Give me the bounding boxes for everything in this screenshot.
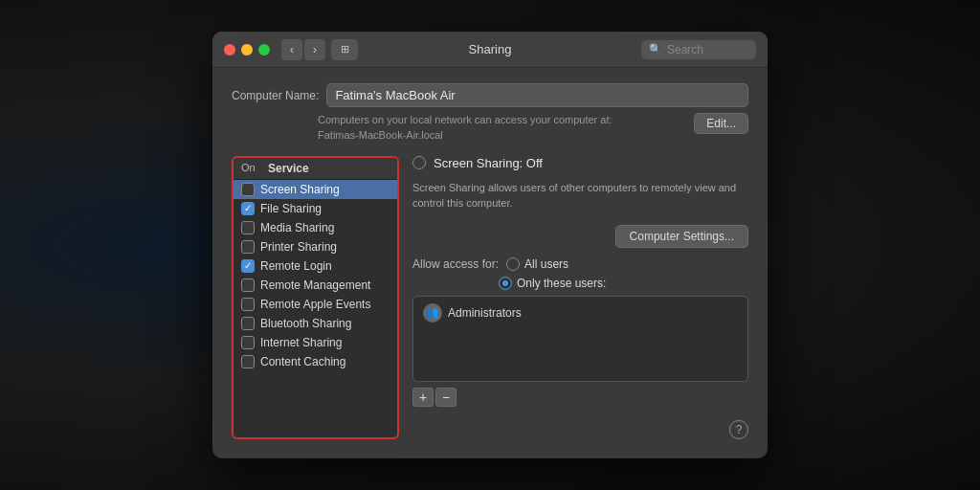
grid-button[interactable]: ⊞: [331, 39, 358, 60]
service-item-media-sharing[interactable]: Media Sharing: [234, 218, 397, 237]
screen-sharing-description: Screen Sharing allows users of other com…: [412, 180, 748, 212]
service-name-screen-sharing: Screen Sharing: [260, 183, 340, 196]
service-header: On Service: [234, 158, 397, 180]
all-users-label: All users: [524, 257, 568, 271]
service-name-media-sharing: Media Sharing: [260, 221, 334, 234]
service-checkbox-screen-sharing[interactable]: [241, 183, 255, 196]
service-name-file-sharing: File Sharing: [260, 202, 322, 215]
sharing-window: ‹ › ⊞ Sharing 🔍 Computer Name: Computers…: [212, 32, 768, 458]
computer-settings-button[interactable]: Computer Settings...: [615, 225, 748, 248]
zoom-button[interactable]: [258, 44, 270, 56]
service-item-remote-management[interactable]: Remote Management: [234, 276, 397, 295]
service-name-remote-apple-events: Remote Apple Events: [260, 298, 370, 311]
user-icon: 👥: [423, 303, 442, 323]
help-button[interactable]: ?: [729, 420, 748, 439]
all-users-radio[interactable]: [506, 257, 520, 271]
main-panel: On Service Screen Sharing File Sharing M…: [232, 156, 748, 439]
service-checkbox-remote-management[interactable]: [241, 278, 255, 292]
computer-name-label: Computer Name:: [232, 89, 319, 102]
traffic-lights: [224, 44, 270, 56]
service-checkbox-remote-apple-events[interactable]: [241, 298, 255, 311]
edit-button[interactable]: Edit...: [694, 113, 748, 134]
subnet-text: Computers on your local network can acce…: [318, 113, 684, 143]
only-these-users-option[interactable]: Only these users:: [499, 277, 748, 290]
screen-sharing-status: Screen Sharing: Off: [434, 156, 543, 170]
window-title: Sharing: [469, 42, 512, 56]
users-list-box: 👥 Administrators: [412, 296, 748, 382]
screen-sharing-header: Screen Sharing: Off: [412, 156, 748, 170]
service-checkbox-content-caching[interactable]: [241, 355, 255, 368]
service-name-internet-sharing: Internet Sharing: [260, 336, 342, 349]
service-item-remote-apple-events[interactable]: Remote Apple Events: [234, 295, 397, 314]
service-checkbox-bluetooth-sharing[interactable]: [241, 317, 255, 330]
service-panel: On Service Screen Sharing File Sharing M…: [232, 156, 399, 439]
computer-name-input[interactable]: [326, 83, 748, 107]
access-section: Allow access for: All users Only these u…: [412, 257, 748, 407]
search-box[interactable]: 🔍: [641, 40, 756, 59]
service-list: Screen Sharing File Sharing Media Sharin…: [234, 180, 397, 371]
service-name-printer-sharing: Printer Sharing: [260, 240, 337, 254]
service-checkbox-file-sharing[interactable]: [241, 202, 255, 215]
help-row: ?: [412, 420, 748, 439]
service-header-on: On: [241, 162, 268, 175]
service-name-remote-management: Remote Management: [260, 278, 370, 292]
right-panel: Screen Sharing: Off Screen Sharing allow…: [412, 156, 748, 439]
only-these-users-label: Only these users:: [517, 277, 606, 290]
access-row: Allow access for: All users: [412, 257, 748, 271]
service-name-bluetooth-sharing: Bluetooth Sharing: [260, 317, 351, 330]
subnet-row: Computers on your local network can acce…: [232, 113, 748, 143]
service-item-remote-login[interactable]: Remote Login: [234, 256, 397, 276]
service-item-screen-sharing[interactable]: Screen Sharing: [234, 180, 397, 199]
service-checkbox-remote-login[interactable]: [241, 259, 255, 273]
service-name-remote-login: Remote Login: [260, 259, 332, 273]
allow-access-label: Allow access for:: [412, 257, 499, 271]
service-header-label: Service: [268, 162, 309, 175]
search-input[interactable]: [667, 43, 744, 56]
content-area: Computer Name: Computers on your local n…: [212, 68, 768, 458]
search-icon: 🔍: [649, 43, 662, 56]
remove-user-button[interactable]: −: [435, 388, 457, 407]
service-item-printer-sharing[interactable]: Printer Sharing: [234, 237, 397, 256]
only-these-users-radio[interactable]: [499, 277, 512, 290]
service-checkbox-media-sharing[interactable]: [241, 221, 255, 234]
service-item-bluetooth-sharing[interactable]: Bluetooth Sharing: [234, 314, 397, 333]
service-item-file-sharing[interactable]: File Sharing: [234, 199, 397, 218]
minimize-button[interactable]: [241, 44, 253, 56]
titlebar: ‹ › ⊞ Sharing 🔍: [212, 32, 768, 68]
back-button[interactable]: ‹: [281, 39, 302, 60]
user-name: Administrators: [448, 306, 522, 320]
add-user-button[interactable]: +: [412, 388, 434, 407]
service-checkbox-printer-sharing[interactable]: [241, 240, 255, 254]
subnet-address: Fatimas-MacBook-Air.local: [318, 129, 443, 141]
list-controls: + −: [412, 388, 748, 407]
service-item-internet-sharing[interactable]: Internet Sharing: [234, 333, 397, 352]
service-item-content-caching[interactable]: Content Caching: [234, 352, 397, 371]
close-button[interactable]: [224, 44, 235, 56]
all-users-option[interactable]: All users: [506, 257, 568, 271]
service-name-content-caching: Content Caching: [260, 355, 345, 368]
computer-name-row: Computer Name:: [232, 83, 748, 107]
nav-buttons: ‹ › ⊞: [281, 39, 358, 60]
list-item[interactable]: 👥 Administrators: [417, 301, 744, 325]
screen-sharing-radio[interactable]: [412, 156, 426, 169]
forward-button[interactable]: ›: [304, 39, 325, 60]
service-checkbox-internet-sharing[interactable]: [241, 336, 255, 349]
